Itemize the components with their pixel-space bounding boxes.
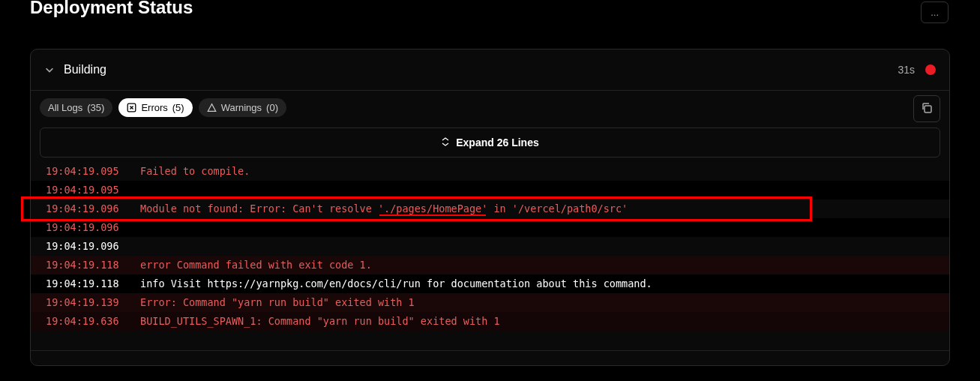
log-row: 19:04:19.096Module not found: Error: Can… (31, 200, 949, 218)
filter-all-logs[interactable]: All Logs (35) (40, 98, 112, 117)
log-row: 19:04:19.118error Command failed with ex… (31, 256, 949, 274)
build-section-title: Building (64, 63, 106, 76)
log-timestamp: 19:04:19.095 (46, 162, 140, 181)
log-message: info Visit https://yarnpkg.com/en/docs/c… (140, 274, 652, 293)
filter-errors-label: Errors (141, 102, 167, 113)
log-message: error Command failed with exit code 1. (140, 256, 372, 274)
log-timestamp: 19:04:19.118 (46, 256, 140, 274)
log-timestamp: 19:04:19.095 (46, 181, 140, 200)
next-section (31, 350, 949, 365)
log-timestamp: 19:04:19.096 (46, 200, 140, 218)
warning-triangle-icon (207, 103, 217, 112)
log-row: 19:04:19.139Error: Command "yarn run bui… (31, 293, 949, 312)
copy-logs-button[interactable] (913, 95, 940, 122)
filter-all-label: All Logs (48, 102, 82, 113)
error-status-dot-icon (925, 64, 936, 75)
log-row: 19:04:19.096 (31, 218, 949, 237)
filter-all-count: (35) (87, 102, 104, 113)
log-message: Error: Command "yarn run build" exited w… (140, 293, 415, 312)
log-timestamp: 19:04:19.096 (46, 237, 140, 256)
filter-errors[interactable]: Errors (5) (118, 98, 192, 117)
build-panel: Building 31s All Logs (35) Errors (5) Wa… (30, 49, 950, 366)
log-row: 19:04:19.636BUILD_UTILS_SPAWN_1: Command… (31, 312, 949, 331)
top-action-button[interactable]: ... (921, 2, 949, 23)
log-timestamp: 19:04:19.636 (46, 312, 140, 331)
svg-rect-1 (925, 106, 931, 112)
log-row: 19:04:19.095Failed to compile. (31, 162, 949, 181)
filter-warnings[interactable]: Warnings (0) (199, 98, 286, 117)
log-row: 19:04:19.095 (31, 181, 949, 200)
log-container: 19:04:19.095Failed to compile.19:04:19.0… (31, 162, 949, 335)
build-section-header[interactable]: Building 31s (31, 50, 949, 90)
filter-warnings-label: Warnings (221, 102, 262, 113)
log-timestamp: 19:04:19.139 (46, 293, 140, 312)
build-duration: 31s (898, 64, 915, 76)
filter-warnings-count: (0) (266, 102, 278, 113)
log-row: 19:04:19.096 (31, 237, 949, 256)
chevron-down-icon (44, 64, 55, 75)
log-filter-row: All Logs (35) Errors (5) Warnings (0) (31, 91, 949, 124)
expand-label: Expand 26 Lines (456, 136, 538, 148)
log-timestamp: 19:04:19.118 (46, 274, 140, 293)
copy-icon (921, 102, 933, 116)
log-timestamp: 19:04:19.096 (46, 218, 140, 237)
expand-icon (441, 136, 450, 149)
log-message: Failed to compile. (140, 162, 250, 181)
log-message: BUILD_UTILS_SPAWN_1: Command "yarn run b… (140, 312, 500, 331)
expand-lines-button[interactable]: Expand 26 Lines (40, 128, 940, 158)
log-message: Module not found: Error: Can't resolve '… (140, 200, 628, 218)
page-title: Deployment Status (30, 0, 193, 18)
error-x-icon (127, 103, 136, 112)
filter-errors-count: (5) (172, 102, 184, 113)
log-row: 19:04:19.118info Visit https://yarnpkg.c… (31, 274, 949, 293)
